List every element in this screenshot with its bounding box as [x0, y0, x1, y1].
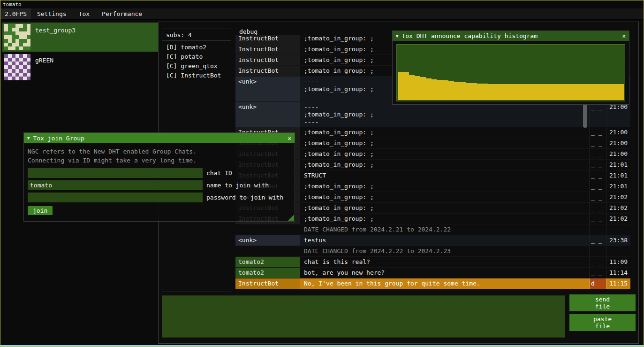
message-author: <unk>: [235, 235, 300, 246]
message-text: STRUCT: [300, 170, 589, 181]
message-text: ;tomato_in_group: ;: [300, 160, 589, 170]
member-item[interactable]: [C] green_qtox: [162, 62, 231, 71]
message-author: tomato2: [235, 257, 300, 267]
date-changed-row: DATE CHANGED from 2024.2.22 to 2024.2.23: [235, 246, 630, 257]
histogram-bar: [483, 84, 488, 100]
message-time: 21:01: [606, 170, 630, 181]
collapse-arrow-icon[interactable]: ▼: [396, 34, 398, 39]
histogram-bar: [590, 84, 596, 100]
join-window-body: NGC refers to the New DHT enabled Group …: [24, 143, 295, 219]
join-password-label: password to join with: [206, 194, 283, 201]
chat-input[interactable]: [162, 296, 565, 337]
message-text: ---- ;tomato_in_group: ; ----: [300, 102, 589, 127]
histogram-bar: [398, 72, 403, 100]
close-icon[interactable]: ✕: [288, 135, 291, 142]
message-flags: _ _: [589, 138, 606, 148]
group-list: test_group3gREEN: [0, 23, 158, 82]
histogram-bar: [584, 84, 590, 100]
date-changed-row: DATE CHANGED from 2024.2.21 to 2024.2.22: [235, 224, 630, 235]
date-time-spacer: [606, 246, 630, 256]
message-text: chat is this real?: [300, 257, 589, 267]
window-edge: [0, 345, 644, 347]
message-time: 21:00: [606, 138, 630, 148]
message-text: ;tomato_in_group: ;: [300, 149, 589, 159]
histogram-bar: [454, 82, 460, 100]
chat-message-row[interactable]: <unk>---- ;tomato_in_group: ; ----_ _21:…: [235, 102, 630, 127]
member-item[interactable]: [D] tomato2: [162, 43, 231, 52]
field-row-chat-id: chat ID: [28, 168, 291, 178]
histogram-window-title: Tox DHT announce capability histogram: [402, 32, 538, 39]
message-time: 23:38: [606, 235, 630, 246]
message-text: bot, are you new here?: [300, 268, 589, 278]
histogram-bar: [618, 84, 624, 100]
sidebar-group-item[interactable]: test_group3: [2, 23, 158, 52]
message-author: <unk>: [235, 102, 300, 127]
message-time: 21:01: [606, 160, 630, 170]
date-name-spacer: [235, 246, 300, 256]
send-file-button[interactable]: send file: [569, 294, 636, 311]
window-titlebar[interactable]: tomato: [0, 0, 644, 8]
chat-message-row[interactable]: InstructBotNo, I've been in this group f…: [235, 278, 630, 289]
group-name: test_group3: [35, 27, 76, 34]
chat-message-row[interactable]: tomato2chat is this real?_ _11:09: [235, 257, 630, 268]
histogram-bar: [607, 84, 613, 100]
histogram-bar: [567, 84, 573, 100]
menu-bar: 2.0FPS SettingsToxPerformance: [0, 8, 644, 20]
resize-grip[interactable]: [288, 215, 294, 221]
histogram-bar: [500, 84, 505, 100]
chat-id-label: chat ID: [206, 170, 232, 177]
date-changed-text: DATE CHANGED from 2024.2.21 to 2024.2.22: [300, 224, 589, 235]
member-item[interactable]: [C] InstructBot: [162, 71, 231, 80]
histogram-bar: [448, 81, 454, 100]
histogram-plot: [396, 44, 625, 101]
join-button[interactable]: join: [28, 206, 53, 215]
chat-message-row[interactable]: <unk>testus_ _23:38: [235, 235, 630, 246]
member-list: [D] tomato2[C] potato[C] green_qtox[C] I…: [162, 43, 231, 80]
join-window-title: Tox join Group: [33, 135, 84, 142]
histogram-bar: [494, 84, 500, 100]
menu-item-settings[interactable]: Settings: [31, 8, 73, 19]
histogram-bar: [477, 84, 483, 100]
join-name-input[interactable]: [28, 180, 203, 190]
histogram-window-titlebar[interactable]: ▼ Tox DHT announce capability histogram …: [393, 31, 629, 41]
sidebar-group-item[interactable]: gREEN: [2, 53, 158, 82]
collapse-arrow-icon[interactable]: ▼: [27, 136, 30, 140]
menu-item-performance[interactable]: Performance: [96, 8, 148, 19]
histogram-bar: [415, 76, 420, 100]
message-flags: _ _: [589, 102, 606, 127]
message-author: InstructBot: [235, 44, 300, 54]
message-time: 21:02: [606, 192, 630, 202]
subs-header: subs: 4: [162, 29, 231, 41]
join-group-window: ▼ Tox join Group ✕ NGC refers to the New…: [23, 132, 295, 222]
join-password-input[interactable]: [28, 193, 203, 202]
menu-item-tox[interactable]: Tox: [73, 8, 96, 19]
message-text: ;tomato_in_group: ;: [300, 192, 589, 202]
histogram-bar: [573, 84, 578, 100]
tab-debug[interactable]: debug: [239, 28, 258, 35]
message-author: InstructBot: [235, 66, 300, 76]
histogram-bar: [613, 84, 618, 100]
histogram-bar: [556, 84, 561, 100]
date-flags-spacer: [589, 224, 606, 235]
chat-input-area: [162, 295, 565, 338]
histogram-bar: [466, 83, 471, 100]
histogram-bar: [460, 82, 466, 100]
message-time: 21:00: [606, 102, 630, 127]
message-author: InstructBot: [235, 278, 300, 289]
histogram-bar: [471, 83, 477, 100]
close-icon[interactable]: ✕: [622, 32, 626, 39]
message-flags: _ _: [589, 203, 606, 213]
group-name: gREEN: [35, 57, 53, 64]
chat-id-input[interactable]: [28, 168, 203, 178]
message-flags: _ _: [589, 235, 606, 246]
message-flags: _ _: [589, 149, 606, 159]
histogram-bar: [522, 84, 528, 100]
member-item[interactable]: [C] potato: [162, 52, 231, 62]
message-flags: _ _: [589, 257, 606, 267]
join-window-titlebar[interactable]: ▼ Tox join Group ✕: [24, 133, 295, 143]
message-text: ;tomato_in_group: ;: [300, 138, 589, 148]
message-flags: _ _: [589, 181, 606, 192]
histogram-bar: [409, 75, 415, 100]
chat-message-row[interactable]: tomato2bot, are you new here?_ _11:14: [235, 268, 630, 278]
paste-file-button[interactable]: paste file: [569, 314, 636, 331]
